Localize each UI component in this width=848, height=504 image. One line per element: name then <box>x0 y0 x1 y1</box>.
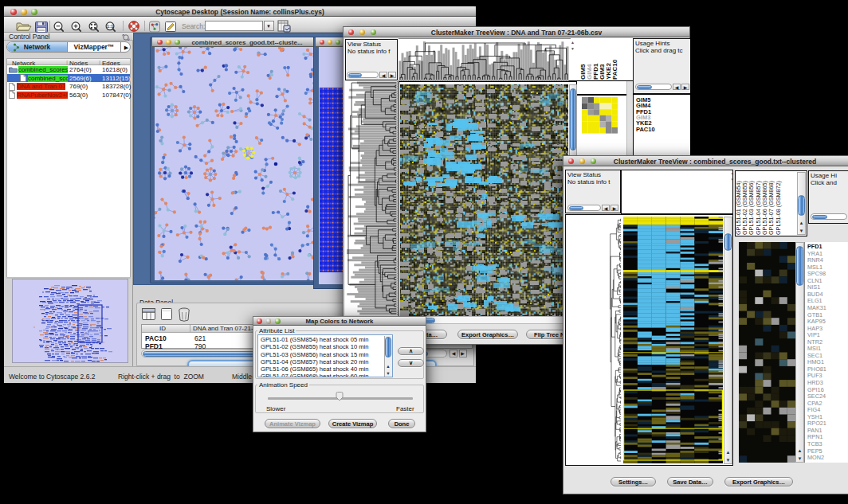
svg-text:1:1: 1:1 <box>107 24 114 29</box>
svg-text:PAC10: PAC10 <box>611 59 618 80</box>
svg-text:GPL51-08 (GSM872): GPL51-08 (GSM872) <box>775 181 782 235</box>
